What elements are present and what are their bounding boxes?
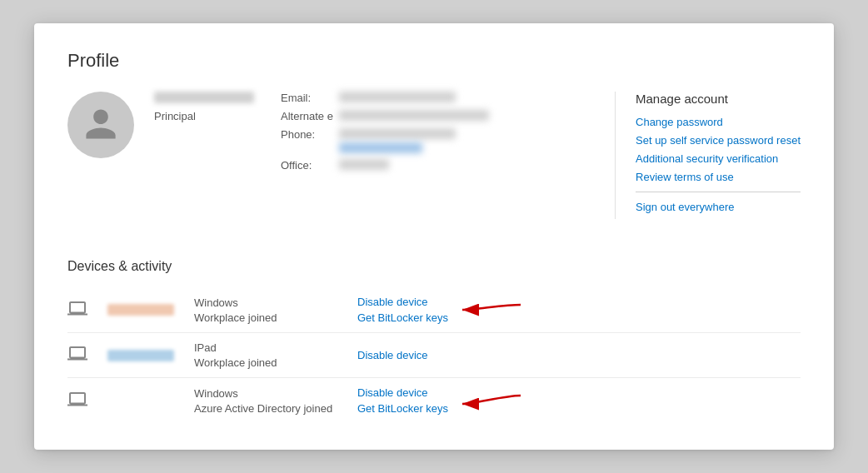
page-title: Profile <box>67 50 801 72</box>
get-bitlocker-3-link[interactable]: Get BitLocker keys <box>357 402 448 415</box>
device-actions-1: Disable device Get BitLocker keys <box>357 296 448 324</box>
laptop-icon <box>67 299 94 321</box>
manage-account-section: Manage account Change password Set up se… <box>615 92 801 219</box>
device-type-2: IPad <box>194 341 344 354</box>
get-bitlocker-1-link[interactable]: Get BitLocker keys <box>357 311 448 324</box>
phone-label: Phone: <box>281 128 339 141</box>
user-name-block: Principal <box>154 92 254 122</box>
office-row: Office: <box>281 159 615 172</box>
self-service-password-link[interactable]: Set up self service password reset <box>636 134 801 147</box>
alternate-email-label: Alternate e <box>281 110 339 122</box>
office-value <box>339 159 389 170</box>
device-type-3: Windows <box>194 387 344 400</box>
devices-section: Devices & activity Windows Workplace joi… <box>67 259 801 423</box>
device-type-1: Windows <box>194 296 344 309</box>
device-info-1: Windows Workplace joined <box>194 296 344 324</box>
device-thumbnail-1 <box>107 304 174 316</box>
laptop-icon <box>67 344 94 366</box>
user-icon <box>82 106 119 145</box>
additional-security-link[interactable]: Additional security verification <box>636 152 801 165</box>
office-label: Office: <box>281 159 339 172</box>
device-actions-2: Disable device <box>357 349 428 361</box>
disable-device-2-link[interactable]: Disable device <box>357 349 428 361</box>
laptop-icon <box>67 390 94 412</box>
email-label: Email: <box>281 92 339 104</box>
device-info-3: Windows Azure Active Directory joined <box>194 387 344 415</box>
arrow-annotation-1 <box>458 298 525 321</box>
avatar <box>67 92 134 158</box>
user-role: Principal <box>154 110 254 122</box>
device-thumbnail-2 <box>107 350 174 361</box>
email-value <box>339 92 456 102</box>
device-thumbnail-3 <box>107 395 174 406</box>
user-name-blurred <box>154 92 254 103</box>
alternate-email-row: Alternate e <box>281 110 615 122</box>
disable-device-3-link[interactable]: Disable device <box>357 386 448 399</box>
table-row: Windows Workplace joined Disable device … <box>67 287 801 333</box>
device-join-2: Workplace joined <box>194 356 344 369</box>
arrow-annotation-3 <box>458 389 525 412</box>
disable-device-1-link[interactable]: Disable device <box>357 296 448 308</box>
phone-value-1 <box>339 128 456 139</box>
profile-card: Profile Principal Email: Alternate <box>34 23 834 450</box>
manage-divider <box>636 192 801 192</box>
sign-out-link[interactable]: Sign out everywhere <box>636 201 801 213</box>
alternate-email-value <box>339 110 489 121</box>
review-terms-link[interactable]: Review terms of use <box>636 171 801 183</box>
device-actions-3: Disable device Get BitLocker keys <box>357 386 448 415</box>
table-row: IPad Workplace joined Disable device <box>67 333 801 378</box>
email-row: Email: <box>281 92 615 104</box>
phone-row: Phone: <box>281 128 615 153</box>
devices-title: Devices & activity <box>67 259 801 274</box>
table-row: Windows Azure Active Directory joined Di… <box>67 378 801 423</box>
manage-account-title: Manage account <box>636 92 801 106</box>
change-password-link[interactable]: Change password <box>636 116 801 128</box>
profile-details: Email: Alternate e Phone: Office: <box>281 92 615 177</box>
phone-value-2 <box>339 142 422 153</box>
device-join-1: Workplace joined <box>194 311 344 324</box>
phone-values <box>339 128 456 153</box>
profile-section: Principal Email: Alternate e Phone: <box>67 92 801 232</box>
device-info-2: IPad Workplace joined <box>194 341 344 369</box>
device-join-3: Azure Active Directory joined <box>194 402 344 415</box>
